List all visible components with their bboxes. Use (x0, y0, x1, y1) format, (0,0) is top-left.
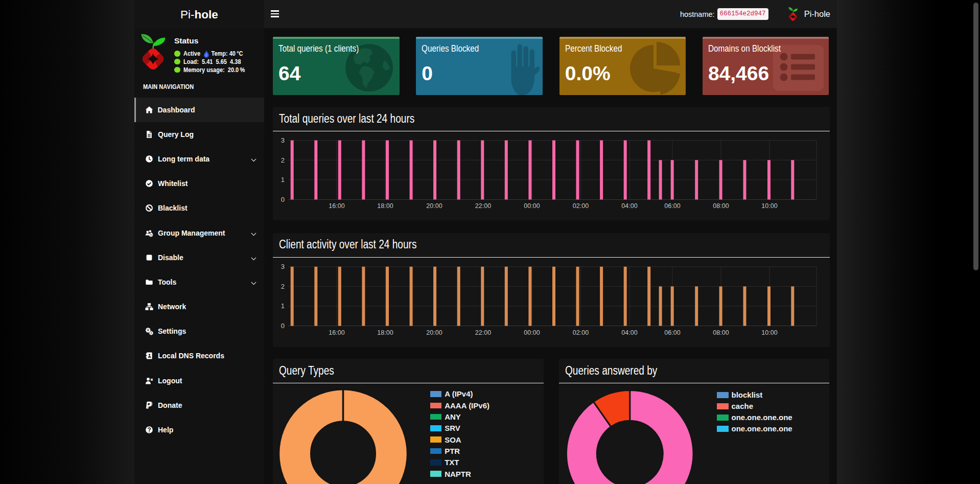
svg-text:1: 1 (281, 302, 285, 310)
svg-text:3: 3 (281, 136, 285, 144)
svg-text:1: 1 (281, 176, 285, 183)
svg-text:06:00: 06:00 (664, 202, 680, 210)
svg-text:04:00: 04:00 (621, 329, 637, 336)
svg-text:18:00: 18:00 (377, 202, 393, 210)
svg-text:22:00: 22:00 (475, 202, 491, 210)
svg-text:08:00: 08:00 (713, 329, 729, 336)
svg-text:0: 0 (281, 196, 285, 203)
svg-text:10:00: 10:00 (761, 202, 777, 210)
svg-text:2: 2 (281, 156, 285, 164)
svg-text:06:00: 06:00 (664, 329, 680, 336)
svg-text:00:00: 00:00 (524, 202, 540, 210)
svg-text:04:00: 04:00 (621, 202, 637, 210)
svg-text:20:00: 20:00 (426, 202, 442, 210)
svg-text:02:00: 02:00 (573, 202, 589, 210)
svg-text:20:00: 20:00 (426, 329, 442, 336)
svg-text:3: 3 (281, 263, 285, 270)
svg-text:18:00: 18:00 (377, 329, 393, 336)
svg-text:22:00: 22:00 (475, 329, 491, 336)
svg-text:08:00: 08:00 (713, 202, 729, 210)
svg-text:10:00: 10:00 (761, 329, 777, 336)
svg-text:02:00: 02:00 (573, 329, 589, 336)
svg-text:00:00: 00:00 (524, 329, 540, 336)
svg-text:16:00: 16:00 (329, 329, 344, 336)
svg-text:2: 2 (281, 283, 285, 290)
svg-text:0: 0 (281, 322, 285, 330)
svg-text:16:00: 16:00 (329, 202, 344, 210)
